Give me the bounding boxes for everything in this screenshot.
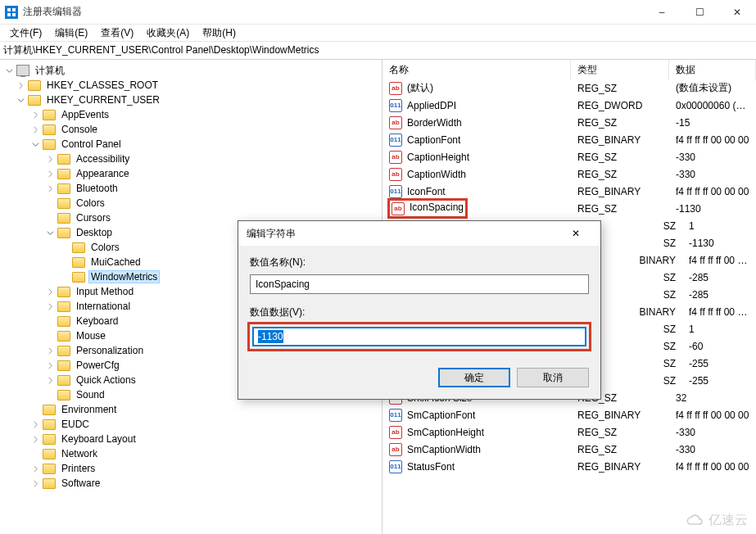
menubar: 文件(F) 编辑(E) 查看(V) 收藏夹(A) 帮助(H) <box>0 25 756 42</box>
dialog-close-button[interactable]: ✕ <box>559 222 592 245</box>
maximize-button[interactable]: ☐ <box>681 0 718 25</box>
tree-eudc[interactable]: EUDC <box>0 417 382 432</box>
binary-value-icon: 011 <box>389 185 402 198</box>
watermark: 亿速云 <box>686 512 748 529</box>
tree-kbdlayout[interactable]: Keyboard Layout <box>0 432 382 446</box>
list-row[interactable]: ab(默认)REG_SZ(数值未设置) <box>383 79 756 97</box>
dialog-title: 编辑字符串 <box>247 227 296 241</box>
window-title: 注册表编辑器 <box>23 5 82 19</box>
chevron-right-icon[interactable] <box>44 170 56 178</box>
list-row[interactable]: abIconSpacingREG_SZ-1130 <box>383 200 756 217</box>
dialog-titlebar[interactable]: 编辑字符串 ✕ <box>238 221 600 246</box>
svg-rect-1 <box>12 8 16 11</box>
tree-hkcu[interactable]: HKEY_CURRENT_USER <box>0 93 382 107</box>
string-value-icon: ab <box>389 82 402 95</box>
chevron-right-icon[interactable] <box>44 288 56 296</box>
menu-edit[interactable]: 编辑(E) <box>50 25 93 42</box>
menu-help[interactable]: 帮助(H) <box>197 25 241 42</box>
tree-appevents[interactable]: AppEvents <box>0 107 382 122</box>
chevron-down-icon[interactable] <box>44 229 56 237</box>
list-row[interactable]: 011IconFontREG_BINARYf4 ff ff ff 00 00 0… <box>383 183 756 200</box>
folder-icon <box>57 169 70 179</box>
list-row[interactable]: abCaptionWidthREG_SZ-330 <box>383 165 756 183</box>
edit-string-dialog: 编辑字符串 ✕ 数值名称(N): 数值数据(V): -1130 确定 取消 <box>238 220 601 400</box>
folder-icon <box>57 213 70 224</box>
chevron-right-icon[interactable] <box>29 111 41 119</box>
tree-environment[interactable]: Environment <box>0 402 382 417</box>
content: 计算机 HKEY_CLASSES_ROOT HKEY_CURRENT_USER … <box>0 60 756 534</box>
folder-icon <box>43 139 56 150</box>
folder-icon <box>28 80 41 91</box>
folder-icon <box>57 287 70 297</box>
chevron-right-icon[interactable] <box>15 82 26 89</box>
col-name[interactable]: 名称 <box>383 60 571 80</box>
string-value-icon: ab <box>389 443 402 456</box>
list-row[interactable]: abSmCaptionHeightREG_SZ-330 <box>383 423 756 441</box>
tree-bluetooth[interactable]: Bluetooth <box>0 181 382 196</box>
string-value-icon: ab <box>389 426 402 439</box>
chevron-down-icon[interactable] <box>15 97 26 104</box>
value-name-input[interactable] <box>250 274 589 294</box>
chevron-right-icon[interactable] <box>29 480 41 487</box>
chevron-right-icon[interactable] <box>44 156 56 163</box>
svg-rect-0 <box>7 8 11 11</box>
chevron-down-icon[interactable] <box>3 67 15 75</box>
tree-hkcr[interactable]: HKEY_CLASSES_ROOT <box>0 78 382 93</box>
svg-rect-2 <box>7 13 11 16</box>
chevron-right-icon[interactable] <box>44 185 56 192</box>
tree-software[interactable]: Software <box>0 476 382 491</box>
folder-icon <box>57 154 70 165</box>
string-value-icon: ab <box>389 151 402 164</box>
highlighted-value: abIconSpacing <box>387 198 468 219</box>
list-row[interactable]: abCaptionHeightREG_SZ-330 <box>383 148 756 165</box>
chevron-right-icon[interactable] <box>29 436 41 443</box>
string-value-icon: ab <box>389 116 402 129</box>
tree-console[interactable]: Console <box>0 122 382 137</box>
value-data-input[interactable]: -1130 <box>252 327 586 346</box>
tree-controlpanel[interactable]: Control Panel <box>0 137 382 152</box>
menu-view[interactable]: 查看(V) <box>96 25 138 42</box>
list-row[interactable]: 011SmCaptionFontREG_BINARYf4 ff ff ff 00… <box>383 406 756 423</box>
list-row[interactable]: 011CaptionFontREG_BINARYf4 ff ff ff 00 0… <box>383 131 756 148</box>
tree-colors[interactable]: Colors <box>0 196 382 210</box>
tree-appearance[interactable]: Appearance <box>0 166 382 181</box>
chevron-down-icon[interactable] <box>29 141 41 148</box>
chevron-right-icon[interactable] <box>44 377 56 384</box>
chevron-right-icon[interactable] <box>29 465 41 473</box>
binary-value-icon: 011 <box>389 99 402 112</box>
folder-icon <box>43 405 56 415</box>
col-data[interactable]: 数据 <box>669 60 756 80</box>
chevron-right-icon[interactable] <box>29 421 41 428</box>
folder-icon <box>72 242 85 253</box>
tree-network[interactable]: Network <box>0 446 382 461</box>
address-bar[interactable]: 计算机\HKEY_CURRENT_USER\Control Panel\Desk… <box>0 42 756 60</box>
value-name-label: 数值名称(N): <box>250 256 589 269</box>
chevron-right-icon[interactable] <box>29 126 41 134</box>
ok-button[interactable]: 确定 <box>438 368 510 387</box>
folder-icon <box>43 419 56 430</box>
menu-file[interactable]: 文件(F) <box>5 25 47 42</box>
cancel-button[interactable]: 取消 <box>517 368 589 387</box>
tree-printers[interactable]: Printers <box>0 461 382 476</box>
close-button[interactable]: ✕ <box>718 0 756 25</box>
folder-icon <box>43 124 56 135</box>
list-row[interactable]: abBorderWidthREG_SZ-15 <box>383 114 756 131</box>
folder-icon <box>57 331 70 342</box>
col-type[interactable]: 类型 <box>571 60 669 80</box>
folder-icon <box>72 272 85 283</box>
close-icon: ✕ <box>572 228 580 239</box>
tree-accessibility[interactable]: Accessibility <box>0 152 382 166</box>
folder-icon <box>57 375 70 386</box>
tree-root[interactable]: 计算机 <box>0 63 382 78</box>
list-row[interactable]: 011StatusFontREG_BINARYf4 ff ff ff 00 00… <box>383 458 756 475</box>
binary-value-icon: 011 <box>389 460 402 473</box>
chevron-right-icon[interactable] <box>44 347 56 355</box>
list-row[interactable]: abSmCaptionWidthREG_SZ-330 <box>383 441 756 458</box>
list-row[interactable]: 011AppliedDPIREG_DWORD0x00000060 (96) <box>383 97 756 114</box>
menu-fav[interactable]: 收藏夹(A) <box>142 25 194 42</box>
list-header[interactable]: 名称 类型 数据 <box>383 60 756 79</box>
minimize-button[interactable]: – <box>643 0 681 25</box>
chevron-right-icon[interactable] <box>44 362 56 369</box>
folder-icon <box>43 434 56 445</box>
chevron-right-icon[interactable] <box>44 303 56 310</box>
